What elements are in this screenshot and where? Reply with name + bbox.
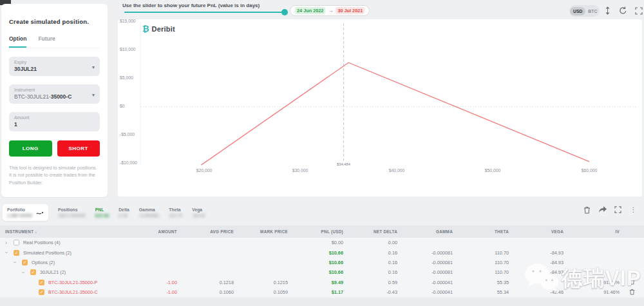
table-row-instrument-call[interactable]: ✓ BTC-30JUL21-35000-C -1.00 0.1060 0.105… [0,287,644,297]
instrument-label: Instrument [14,88,95,92]
row-checkbox[interactable]: ✓ [39,289,44,295]
deribit-logo-text: Deribit [152,25,175,33]
row-checkbox[interactable]: ✓ [39,280,44,285]
chevron-down-icon[interactable]: › [5,249,14,256]
tab-pnl-value: $10.66 [95,213,109,218]
tab-future[interactable]: Future [38,35,55,48]
instrument-value: BTC-30JUL21-35000-C [14,93,95,100]
cell-avg-price: 0.1218 [177,280,234,285]
tab-theta-label: Theta [169,207,182,212]
cell-net-delta: 0.16 [343,250,397,256]
table-header: INSTRUMENT ↓ AMOUNT AVG PRICE MARK PRICE… [0,225,644,238]
cell-mark-price: 0.1059 [234,289,288,295]
cell-avg-price: 0.1060 [177,289,234,295]
col-pnl[interactable]: PNL (USD) [288,229,343,234]
col-mark-price[interactable]: MARK PRICE [234,229,288,234]
tab-pnl[interactable]: PNL $10.66 [95,207,109,218]
tab-delta[interactable]: Delta 0.16 [118,207,129,218]
currency-usd[interactable]: USD [570,7,585,15]
col-gamma[interactable]: GAMMA [397,229,453,234]
axis-scale-icon[interactable] [603,6,612,15]
col-net-delta[interactable]: NET DELTA [343,229,397,234]
row-checkbox[interactable]: ✓ [30,269,36,275]
delete-icon[interactable] [583,206,591,214]
tab-gamma[interactable]: Gamma -0.000081 [139,207,160,218]
cell-gamma: -0.000081 [397,250,453,256]
row-checkbox[interactable]: ✓ [22,260,28,265]
reset-refresh-icon[interactable] [618,6,628,15]
fullscreen-icon[interactable] [634,6,643,15]
instrument-select[interactable]: Instrument BTC-30JUL21-35000-C ▾ [9,84,100,104]
long-button[interactable]: LONG [9,140,52,157]
chevron-right-icon[interactable]: › [5,240,14,246]
expiry-select[interactable]: Expiry 30JUL21 ▾ [9,57,100,76]
chevron-down-icon: ▾ [92,64,95,70]
trash-icon[interactable] [629,278,635,286]
y-tick: -$10,000 [120,160,142,165]
row-label: Real Positions (4) [23,240,61,245]
table-row-simulated-positions[interactable]: › ✓ Simulated Positions (2) $10.66 0.16 … [0,247,644,257]
tab-positions[interactable]: Positions 146 0.000000 [58,207,86,218]
table-row-expiry-group[interactable]: › ✓ 30JUL21 (2) $10.66 0.16 -0.000081 11… [0,267,644,277]
deribit-logo-icon: ₿ [142,24,149,33]
table-row-real-positions[interactable]: › Real Positions (4) $0.00 0.00 [0,238,644,247]
x-tick: $40,000 [389,168,405,173]
y-tick: $10,000 [120,47,142,52]
currency-btc[interactable]: BTC [585,7,600,15]
amount-value: 1 [14,121,95,128]
tab-pnl-label: PNL [95,207,109,212]
table-row-instrument-put[interactable]: ✓ BTC-30JUL21-35000-P -1.00 0.1218 0.121… [0,278,644,287]
cell-vega: -84.93 [509,269,564,275]
cell-pnl: $1.17 [288,289,343,295]
cell-pnl: $10.66 [288,269,343,275]
cell-pnl: $10.66 [288,260,343,265]
slider-knob[interactable] [281,9,288,15]
short-button[interactable]: SHORT [57,140,100,157]
tab-portfolio[interactable]: Portfolio 1.060 00000 [3,204,48,221]
cell-net-delta: 0.16 [343,260,397,265]
y-tick: $5,000 [120,75,142,80]
tab-option[interactable]: Option [9,35,26,48]
col-instrument[interactable]: INSTRUMENT ↓ [0,229,119,234]
pnl-chart-canvas[interactable] [118,19,642,174]
tab-gamma-label: Gamma [139,207,160,212]
tab-theta[interactable]: Theta 110.70 [169,207,182,218]
cell-gamma: -0.000081 [397,260,453,265]
cell-pnl: $10.66 [288,250,343,256]
sort-desc-icon: ↓ [35,229,37,234]
slider-track[interactable] [124,12,287,13]
cell-pnl: $9.49 [288,280,343,285]
deribit-logo: ₿ Deribit [142,24,175,33]
row-label: BTC-30JUL21-35000-C [48,289,98,295]
tab-vega[interactable]: Vega -84.93 [192,207,205,218]
expiry-value: 30JUL21 [14,66,95,72]
col-vega[interactable]: VEGA [509,229,564,234]
chevron-down-icon[interactable]: › [14,259,22,265]
amount-field[interactable]: Amount 1 [9,112,100,131]
expand-icon[interactable] [614,206,622,214]
chevron-down-icon[interactable]: › [22,269,30,276]
kebab-menu-icon[interactable]: ⋮ [629,206,638,214]
cell-amount: -1.00 [119,289,177,295]
y-tick: -$5,000 [120,132,142,137]
cell-amount: -1.00 [119,280,177,285]
cell-pnl: $0.00 [288,240,343,245]
table-row-options[interactable]: › ✓ Options (2) $10.66 0.16 -0.000081 11… [0,258,644,267]
cell-gamma: -0.000081 [397,269,453,275]
pnl-days-slider[interactable] [124,8,287,16]
currency-toggle[interactable]: USD BTC [569,5,600,17]
col-amount[interactable]: AMOUNT [119,229,177,234]
slider-label: Use the slider to show your future PnL (… [122,3,260,8]
amount-label: Amount [14,115,95,120]
col-iv[interactable]: IV [564,229,620,234]
row-checkbox[interactable]: ✓ [14,250,19,256]
trash-icon[interactable] [629,289,635,296]
cell-theta: 110.70 [453,260,509,265]
col-avg-price[interactable]: AVG PRICE [177,229,234,234]
share-icon[interactable] [598,206,607,214]
cell-net-delta: 0.16 [343,269,397,275]
tab-theta-value: 110.70 [169,213,182,218]
tab-positions-value: 146 0.000000 [58,213,86,218]
row-checkbox[interactable] [14,240,19,245]
col-theta[interactable]: THETA [453,229,509,234]
